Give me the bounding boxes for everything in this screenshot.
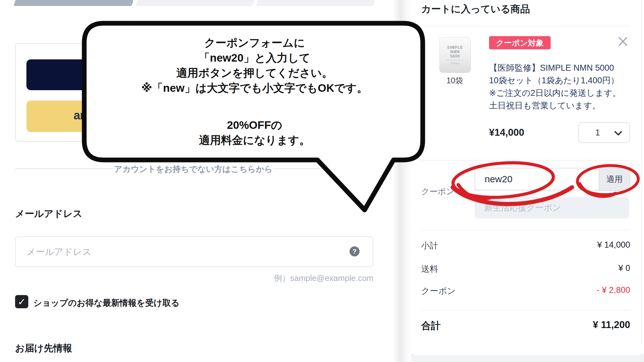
instruction-line: ※「new」は大文字でも小文字でもOKです。: [88, 80, 421, 96]
cart-divider-mid1: [421, 160, 630, 161]
coupon-discount-label: クーポン: [421, 285, 456, 297]
email-field[interactable]: [15, 236, 373, 267]
package-subtext: 5000mg: [451, 62, 460, 65]
coupon-discount-value: - ¥ 2,800: [515, 285, 630, 295]
package-text: NMN: [450, 50, 460, 54]
package-text: SIMPLE: [447, 45, 463, 50]
product-image: SIMPLE NMN 5000 5000mg: [439, 37, 471, 73]
instruction-text: クーポンフォームに 「new20」と入力して 適用ボタンを押してください。 ※「…: [88, 35, 421, 148]
email-help-icon[interactable]: ?: [350, 246, 360, 256]
product-image-caption: 10袋: [438, 75, 472, 86]
step-tab-1[interactable]: [14, 0, 134, 6]
product-title-line: 【医師監修】SIMPLE NMN 5000: [489, 62, 637, 74]
email-example-text: 例）sample@example.com: [220, 273, 373, 284]
cart-heading: カートに入っている商品: [421, 3, 530, 16]
instruction-line: 適用料金になります。: [88, 133, 421, 148]
instruction-line: 適用ボタンを押してください。: [88, 65, 421, 80]
chevron-down-icon: [614, 131, 622, 136]
item-price: ¥14,000: [489, 127, 524, 138]
checkout-page: amazon pay アカウントをお持ちでない方はこちらから メールアドレス ?…: [0, 0, 644, 362]
instruction-line: クーポンフォームに: [88, 35, 421, 50]
product-title-line: 10袋セット（1袋あたり1,400円）: [489, 74, 637, 87]
subtotal-label: 小計: [421, 240, 438, 251]
instruction-gap: [88, 96, 421, 118]
coupon-secondary-input[interactable]: 新生活応援クーポン: [475, 197, 629, 218]
instruction-line: 「new20」と入力して: [88, 50, 421, 65]
product-title: 【医師監修】SIMPLE NMN 5000 10袋セット（1袋あたり1,400円…: [489, 62, 637, 112]
shipping-fee-label: 送料: [421, 263, 438, 275]
remove-item-icon[interactable]: [616, 35, 630, 48]
newsletter-label: ショップのお得な最新情報を受け取る: [33, 297, 179, 309]
window-right-edge: [641, 0, 642, 362]
cart-divider-top: [421, 26, 630, 26]
coupon-eligible-badge: クーポン対象: [489, 36, 551, 49]
coupon-apply-button[interactable]: 適用: [599, 167, 630, 191]
cart-divider-total: [421, 310, 630, 310]
cart-panel-bottom: [411, 345, 644, 355]
product-title-line: ※ご注文の2日以内に発送します。: [489, 87, 637, 99]
email-heading: メールアドレス: [15, 207, 82, 220]
product-title-line: 土日祝日も営業しています。: [489, 99, 637, 112]
step-tab-2[interactable]: [135, 0, 254, 6]
coupon-code-input[interactable]: [475, 168, 599, 190]
shipping-heading: お届け先情報: [15, 342, 72, 355]
total-value: ¥ 11,200: [515, 319, 630, 331]
newsletter-checkbox[interactable]: ✓: [15, 295, 28, 308]
checkmark-icon: ✓: [18, 296, 25, 307]
subtotal-value: ¥ 14,000: [515, 240, 630, 250]
quantity-select[interactable]: 1: [578, 122, 630, 143]
cart-divider-mid2: [421, 230, 630, 230]
step-tab-3[interactable]: [256, 0, 375, 6]
package-divider: [446, 60, 465, 60]
total-label: 合計: [421, 319, 441, 332]
package-text: 5000: [450, 54, 460, 58]
quantity-value: 1: [595, 128, 600, 138]
instruction-line: 20%OFFの: [88, 118, 421, 133]
shipping-fee-value: ¥ 0: [515, 263, 630, 273]
